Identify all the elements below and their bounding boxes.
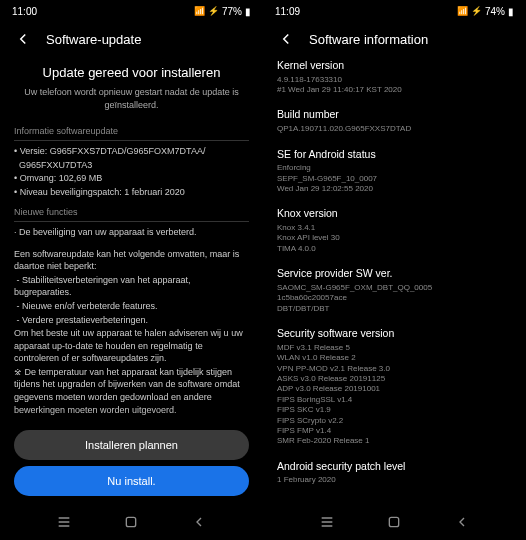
info-item[interactable]: Security software versionMDF v3.1 Releas… bbox=[277, 326, 512, 447]
body-2: - Stabiliteitsverbeteringen van het appa… bbox=[14, 274, 249, 299]
info-item[interactable]: Android security patch level1 February 2… bbox=[277, 459, 512, 486]
info-value: 1c5ba60c20057ace bbox=[277, 293, 512, 303]
body-5: Om het beste uit uw apparaat te halen ad… bbox=[14, 327, 249, 365]
info-value: FIPS FMP v1.4 bbox=[277, 426, 512, 436]
svg-rect-0 bbox=[127, 517, 136, 526]
back-icon[interactable] bbox=[277, 30, 295, 48]
phone-left: 11:00 📶 ⚡ 77% ▮ Software-update Update g… bbox=[0, 0, 263, 540]
section-info-head: Informatie softwareupdate bbox=[14, 125, 249, 141]
info-value: FIPS SCrypto v2.2 bbox=[277, 416, 512, 426]
svg-rect-1 bbox=[390, 517, 399, 526]
status-battery: 77% bbox=[222, 6, 242, 17]
info-value: DBT/DBT/DBT bbox=[277, 304, 512, 314]
battery-icon: ▮ bbox=[508, 6, 514, 17]
nav-bar bbox=[0, 504, 263, 540]
status-time: 11:09 bbox=[275, 6, 300, 17]
nav-home-icon[interactable] bbox=[123, 514, 139, 530]
info-version-2: G965FXXU7DTA3 bbox=[14, 159, 249, 172]
action-buttons: Installeren plannen Nu install. bbox=[14, 430, 249, 496]
nav-bar bbox=[263, 504, 526, 540]
nav-home-icon[interactable] bbox=[386, 514, 402, 530]
info-value: QP1A.190711.020.G965FXXS7DTAD bbox=[277, 124, 512, 134]
status-time: 11:00 bbox=[12, 6, 37, 17]
status-icons: 📶 ⚡ bbox=[457, 6, 482, 16]
info-item[interactable]: Knox versionKnox 3.4.1Knox API level 30T… bbox=[277, 206, 512, 254]
header: Software information bbox=[263, 22, 526, 58]
info-value: Wed Jan 29 12:02:55 2020 bbox=[277, 184, 512, 194]
info-label: Build number bbox=[277, 107, 512, 122]
body-1: Een softwareupdate kan het volgende omva… bbox=[14, 248, 249, 273]
info-patch: • Niveau beveiligingspatch: 1 februari 2… bbox=[14, 186, 249, 199]
status-battery: 74% bbox=[485, 6, 505, 17]
status-bar: 11:09 📶 ⚡ 74% ▮ bbox=[263, 0, 526, 22]
info-value: 1 February 2020 bbox=[277, 475, 512, 485]
status-right: 📶 ⚡ 74% ▮ bbox=[457, 6, 514, 17]
info-value: WLAN v1.0 Release 2 bbox=[277, 353, 512, 363]
info-value: FIPS SKC v1.9 bbox=[277, 405, 512, 415]
back-icon[interactable] bbox=[14, 30, 32, 48]
info-value: SMR Feb-2020 Release 1 bbox=[277, 436, 512, 446]
body-6: ※ De temperatuur van het apparaat kan ti… bbox=[14, 366, 249, 416]
header-title: Software-update bbox=[46, 32, 141, 47]
info-item[interactable]: Build numberQP1A.190711.020.G965FXXS7DTA… bbox=[277, 107, 512, 134]
info-value: Enforcing bbox=[277, 163, 512, 173]
info-value: #1 Wed Jan 29 11:40:17 KST 2020 bbox=[277, 85, 512, 95]
body-4: - Verdere prestatieverbeteringen. bbox=[14, 314, 249, 327]
info-value: VPN PP-MOD v2.1 Release 3.0 bbox=[277, 364, 512, 374]
info-label: Knox version bbox=[277, 206, 512, 221]
info-item[interactable]: Kernel version4.9.118-17633310#1 Wed Jan… bbox=[277, 58, 512, 95]
status-right: 📶 ⚡ 77% ▮ bbox=[194, 6, 251, 17]
info-label: SE for Android status bbox=[277, 147, 512, 162]
phone-right: 11:09 📶 ⚡ 74% ▮ Software information Ker… bbox=[263, 0, 526, 540]
battery-icon: ▮ bbox=[245, 6, 251, 17]
nav-back-icon[interactable] bbox=[191, 514, 207, 530]
nav-recents-icon[interactable] bbox=[56, 514, 72, 530]
info-value: SAOMC_SM-G965F_OXM_DBT_QQ_0005 bbox=[277, 283, 512, 293]
info-value: Knox API level 30 bbox=[277, 233, 512, 243]
content-right[interactable]: Kernel version4.9.118-17633310#1 Wed Jan… bbox=[263, 58, 526, 504]
header-title: Software information bbox=[309, 32, 428, 47]
info-item[interactable]: Service provider SW ver.SAOMC_SM-G965F_O… bbox=[277, 266, 512, 314]
section-new-head: Nieuwe functies bbox=[14, 206, 249, 222]
info-value: TIMA 4.0.0 bbox=[277, 244, 512, 254]
info-value: Knox 3.4.1 bbox=[277, 223, 512, 233]
info-value: FIPS BoringSSL v1.4 bbox=[277, 395, 512, 405]
status-icons: 📶 ⚡ bbox=[194, 6, 219, 16]
info-value: ADP v3.0 Release 20191001 bbox=[277, 384, 512, 394]
nav-recents-icon[interactable] bbox=[319, 514, 335, 530]
info-item[interactable]: SE for Android statusEnforcingSEPF_SM-G9… bbox=[277, 147, 512, 195]
header: Software-update bbox=[0, 22, 263, 58]
new-item-1: · De beveiliging van uw apparaat is verb… bbox=[14, 226, 249, 239]
status-bar: 11:00 📶 ⚡ 77% ▮ bbox=[0, 0, 263, 22]
plan-install-button[interactable]: Installeren plannen bbox=[14, 430, 249, 460]
install-now-button[interactable]: Nu install. bbox=[14, 466, 249, 496]
info-value: ASKS v3.0 Release 20191125 bbox=[277, 374, 512, 384]
info-label: Kernel version bbox=[277, 58, 512, 73]
info-value: 4.9.118-17633310 bbox=[277, 75, 512, 85]
info-size: • Omvang: 102,69 MB bbox=[14, 172, 249, 185]
update-subtitle: Uw telefoon wordt opnieuw gestart nadat … bbox=[14, 86, 249, 111]
info-value: SEPF_SM-G965F_10_0007 bbox=[277, 174, 512, 184]
update-title: Update gereed voor installeren bbox=[14, 64, 249, 82]
info-value: MDF v3.1 Release 5 bbox=[277, 343, 512, 353]
info-label: Android security patch level bbox=[277, 459, 512, 474]
info-version-1: • Versie: G965FXXS7DTAD/G965FOXM7DTAA/ bbox=[14, 145, 249, 158]
body-3: - Nieuwe en/of verbeterde features. bbox=[14, 300, 249, 313]
info-label: Service provider SW ver. bbox=[277, 266, 512, 281]
info-label: Security software version bbox=[277, 326, 512, 341]
nav-back-icon[interactable] bbox=[454, 514, 470, 530]
